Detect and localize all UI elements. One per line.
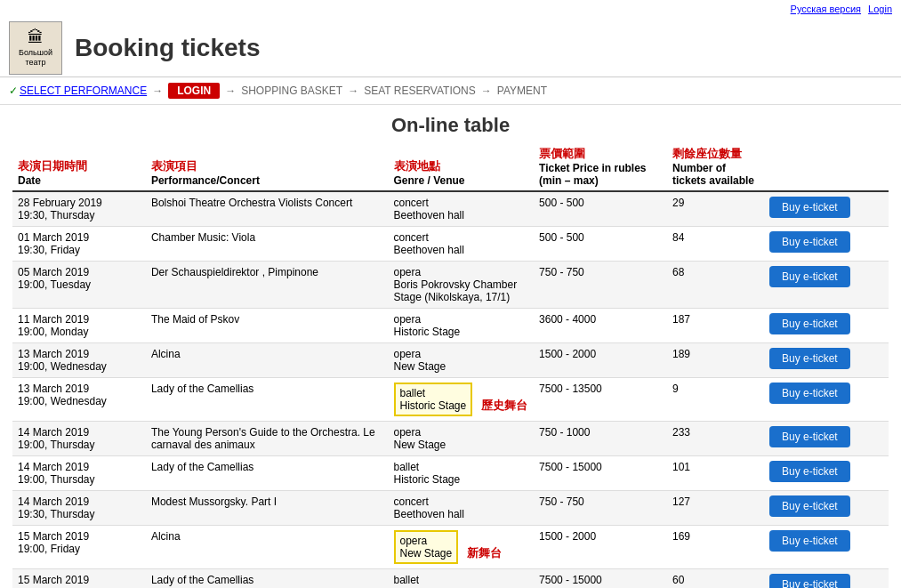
buy-eticket-button[interactable]: Buy e-ticket — [769, 266, 850, 287]
buy-eticket-button[interactable]: Buy e-ticket — [769, 313, 850, 334]
cell-venue: opera New Stage 新舞台 — [389, 526, 535, 569]
cell-price: 7500 - 13500 — [534, 378, 667, 422]
cell-price: 7500 - 15000 — [534, 456, 667, 491]
arrow4: → — [481, 85, 492, 97]
col-header-date: 表演日期時間 Date — [12, 142, 146, 191]
date-value: 13 March 2019 — [18, 383, 89, 395]
cell-buy: Buy e-ticket — [764, 378, 889, 422]
cell-tickets: 68 — [667, 262, 764, 309]
price-value: 750 - 750 — [539, 266, 584, 278]
performance-name: Lady of the Camellias — [151, 383, 253, 395]
login-button[interactable]: LOGIN — [168, 83, 220, 99]
buy-eticket-button[interactable]: Buy e-ticket — [769, 426, 850, 447]
table-row: 15 March 201919:00, FridayLady of the Ca… — [12, 569, 889, 589]
buy-eticket-button[interactable]: Buy e-ticket — [769, 495, 850, 517]
date-value: 15 March 2019 — [18, 530, 89, 543]
russian-version-link[interactable]: Русская версия — [791, 4, 861, 14]
buy-eticket-button[interactable]: Buy e-ticket — [769, 574, 850, 588]
cell-tickets: 9 — [667, 378, 764, 422]
cell-tickets: 29 — [667, 191, 764, 227]
buy-eticket-button[interactable]: Buy e-ticket — [769, 197, 850, 218]
cell-price: 7500 - 15000 — [534, 569, 667, 589]
date-value: 01 March 2019 — [18, 231, 89, 244]
tickets-value: 60 — [672, 574, 684, 586]
price-value: 500 - 500 — [539, 231, 584, 244]
price-value: 750 - 1000 — [539, 426, 590, 439]
time-value: 19:00, Monday — [18, 326, 88, 338]
cell-venue: concert Beethoven hall — [389, 227, 535, 262]
cell-venue: ballet Historic Stage — [389, 569, 535, 589]
tickets-value: 127 — [672, 495, 690, 508]
breadcrumb: ✓ SELECT PERFORMANCE → LOGIN → SHOPPING … — [0, 77, 901, 105]
tickets-value: 169 — [672, 530, 690, 543]
price-value: 1500 - 2000 — [539, 348, 596, 360]
buy-eticket-button[interactable]: Buy e-ticket — [769, 530, 850, 552]
time-value: 19:00, Thursday — [18, 473, 95, 486]
performance-name: The Young Person's Guide to the Orchestr… — [151, 426, 375, 451]
cell-venue: opera Historic Stage — [389, 309, 535, 343]
shopping-basket-step: SHOPPING BASKET — [241, 85, 342, 97]
cell-venue: ballet Historic Stage 歷史舞台 — [389, 378, 535, 422]
performance-name: Chamber Music: Viola — [151, 231, 255, 244]
venue-value: New Stage — [394, 360, 529, 373]
tickets-value: 29 — [672, 197, 684, 209]
genre-value: opera — [394, 426, 529, 439]
price-value: 3600 - 4000 — [539, 313, 596, 326]
cell-performance: Lady of the Camellias — [146, 569, 389, 589]
performance-name: The Maid of Pskov — [151, 313, 239, 326]
tickets-value: 101 — [672, 461, 690, 473]
cell-tickets: 233 — [667, 422, 764, 456]
venue-value: New Stage — [400, 547, 453, 560]
price-value: 750 - 750 — [539, 495, 584, 508]
venue-value: Historic Stage — [400, 399, 467, 412]
cell-buy: Buy e-ticket — [764, 343, 889, 378]
login-link[interactable]: Login — [868, 4, 892, 14]
arrow1: → — [152, 85, 163, 97]
venue-annotation: 歷史舞台 — [481, 399, 527, 412]
performance-name: Lady of the Camellias — [151, 461, 253, 473]
date-value: 15 March 2019 — [18, 574, 89, 586]
date-value: 28 February 2019 — [18, 197, 102, 209]
venue-highlighted: ballet Historic Stage — [394, 383, 473, 416]
genre-value: concert — [394, 197, 529, 209]
cell-date: 14 March 201919:00, Thursday — [12, 456, 146, 491]
buy-eticket-button[interactable]: Buy e-ticket — [769, 383, 850, 404]
cell-price: 500 - 500 — [534, 191, 667, 227]
cell-performance: Modest Mussorgsky. Part I — [146, 491, 389, 526]
performance-name: Lady of the Camellias — [151, 574, 253, 586]
buy-eticket-button[interactable]: Buy e-ticket — [769, 348, 850, 369]
table-row: 05 March 201919:00, TuesdayDer Schauspie… — [12, 262, 889, 309]
date-value: 05 March 2019 — [18, 266, 89, 278]
venue-value: Historic Stage — [394, 473, 529, 486]
table-row: 15 March 201919:00, FridayAlcina opera N… — [12, 526, 889, 569]
cell-buy: Buy e-ticket — [764, 422, 889, 456]
col-header-venue: 表演地點 Genre / Venue — [389, 142, 535, 191]
performance-name: Modest Mussorgsky. Part I — [151, 495, 277, 508]
tickets-value: 84 — [672, 231, 684, 244]
top-bar: Русская версия Login — [0, 0, 901, 18]
col-header-buy — [764, 142, 889, 191]
buy-eticket-button[interactable]: Buy e-ticket — [769, 231, 850, 253]
venue-value: New Stage — [394, 439, 529, 451]
price-value: 7500 - 15000 — [539, 461, 602, 473]
cell-price: 750 - 750 — [534, 491, 667, 526]
arrow3: → — [348, 85, 358, 97]
price-value: 7500 - 15000 — [539, 574, 602, 586]
date-value: 13 March 2019 — [18, 348, 89, 360]
genre-value: opera — [394, 313, 529, 326]
cell-date: 05 March 201919:00, Tuesday — [12, 262, 146, 309]
table-row: 13 March 201919:00, WednesdayAlcina oper… — [12, 343, 889, 378]
time-value: 19:00, Tuesday — [18, 278, 91, 291]
cell-venue: opera Boris Pokrovsky Chamber Stage (Nik… — [389, 262, 535, 309]
checkmark-icon: ✓ — [9, 85, 18, 97]
price-value: 1500 - 2000 — [539, 530, 596, 543]
cell-performance: Alcina — [146, 343, 389, 378]
buy-eticket-button[interactable]: Buy e-ticket — [769, 461, 850, 482]
table-row: 14 March 201919:00, ThursdayLady of the … — [12, 456, 889, 491]
select-performance-link[interactable]: SELECT PERFORMANCE — [20, 85, 147, 97]
genre-value: opera — [394, 266, 529, 278]
table-row: 14 March 201919:30, ThursdayModest Musso… — [12, 491, 889, 526]
page-title: Booking tickets — [75, 34, 260, 62]
cell-venue: opera New Stage — [389, 422, 535, 456]
time-value: 19:00, Friday — [18, 543, 80, 555]
